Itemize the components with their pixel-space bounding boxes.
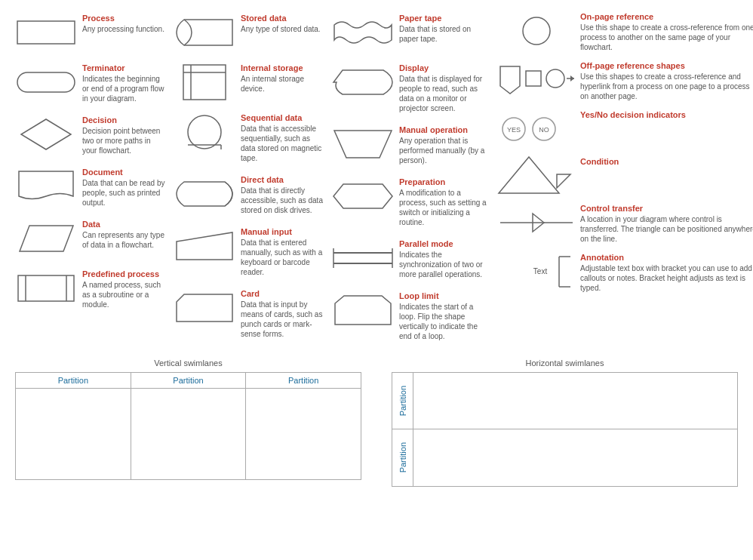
shape-visual-decision <box>16 115 76 153</box>
shape-visual-process <box>16 14 76 51</box>
shape-item-decision: Decision Decision point between two or m… <box>11 109 170 162</box>
internal-desc: An internal storage device. <box>241 74 324 94</box>
svg-marker-27 <box>570 75 574 82</box>
shape-visual-sequential <box>174 113 235 151</box>
card-title: Card <box>241 289 324 298</box>
horizontal-swimlane: Partition Partition <box>392 372 738 487</box>
shape-visual-manual-operation <box>333 125 393 163</box>
hsw-label-text-2: Partition <box>398 442 407 472</box>
col3: Paper tape Data that is stored on paper … <box>328 8 494 347</box>
on-page-ref-title: On-page reference <box>580 12 753 21</box>
svg-point-25 <box>546 69 564 88</box>
shape-visual-predefined <box>16 269 76 307</box>
svg-marker-15 <box>334 131 392 158</box>
loop-desc: Indicates the start of a loop. Flip the … <box>399 302 490 341</box>
shape-info-manual-operation: Manual operation Any operation that is p… <box>399 125 490 165</box>
direct-title: Direct data <box>241 175 324 184</box>
terminator-title: Terminator <box>82 63 165 72</box>
svg-marker-3 <box>20 226 73 251</box>
shape-item-terminator: Terminator Indicates the beginning or en… <box>11 57 170 109</box>
shape-item-process: Process Any processing function. <box>11 8 170 57</box>
vertical-swimlane: Partition Partition Partition <box>15 372 361 480</box>
process-title: Process <box>82 14 165 23</box>
shape-item-off-page-ref: Off-page reference shapes Use this shape… <box>494 57 753 106</box>
shape-visual-off-page-ref <box>499 61 574 99</box>
shape-item-paper-tape: Paper tape Data that is stored on paper … <box>328 8 494 57</box>
shape-info-internal: Internal storage An internal storage dev… <box>241 63 324 94</box>
svg-marker-33 <box>557 174 570 188</box>
svg-marker-23 <box>500 66 520 94</box>
shape-item-document: Document Data that can be read by people… <box>11 162 170 214</box>
shape-info-paper-tape: Paper tape Data that is stored on paper … <box>399 14 490 44</box>
svg-text:NO: NO <box>539 126 549 134</box>
shape-visual-preparation <box>333 177 393 215</box>
svg-text:YES: YES <box>507 126 521 134</box>
shape-visual-parallel <box>333 239 393 277</box>
control-title: Control transfer <box>580 204 753 213</box>
vsw-body-2 <box>131 389 247 479</box>
shape-info-sequential: Sequential data Data that is accessible … <box>241 113 324 163</box>
vsw-header-3: Partition <box>246 373 361 388</box>
shape-info-predefined: Predefined process A named process, such… <box>82 269 165 309</box>
shape-info-manual-input: Manual input Data that is entered manual… <box>241 227 324 277</box>
shape-item-predefined: Predefined process A named process, such… <box>11 263 170 315</box>
shape-visual-annotation: Text <box>499 253 574 291</box>
card-desc: Data that is input by means of cards, su… <box>241 300 324 339</box>
shape-info-parallel: Parallel mode Indicates the synchronizat… <box>399 239 490 279</box>
hsw-content-1 <box>413 373 737 429</box>
svg-marker-32 <box>499 157 559 193</box>
svg-point-22 <box>523 17 550 45</box>
paper-tape-desc: Data that is stored on paper tape. <box>399 24 490 44</box>
hsw-label-1: Partition <box>392 373 413 429</box>
shape-visual-manual-input <box>174 227 235 265</box>
svg-marker-21 <box>335 296 391 325</box>
shape-item-manual-input: Manual input Data that is entered manual… <box>170 221 328 283</box>
horizontal-swimlane-title: Horizontal swimlanes <box>392 358 738 368</box>
col4: On-page reference Use this shape to crea… <box>494 8 753 347</box>
data-title: Data <box>82 220 165 229</box>
shape-visual-document <box>16 168 76 205</box>
col1: Process Any processing function. Termina… <box>11 8 170 347</box>
shape-item-manual-operation: Manual operation Any operation that is p… <box>328 119 494 171</box>
shape-visual-loop <box>333 291 393 329</box>
vertical-swimlane-group: Vertical swimlanes Partition Partition P… <box>15 358 361 487</box>
preparation-desc: A modification to a process, such as set… <box>399 188 490 227</box>
shape-info-decision: Decision Decision point between two or m… <box>82 115 165 155</box>
shape-item-sequential: Sequential data Data that is accessible … <box>170 107 328 169</box>
svg-rect-0 <box>17 21 75 44</box>
manual-input-desc: Data that is entered manually, such as w… <box>241 238 324 277</box>
manual-operation-desc: Any operation that is performed manually… <box>399 136 490 165</box>
shape-visual-data <box>16 220 76 257</box>
stored-title: Stored data <box>241 14 324 23</box>
shape-visual-condition <box>499 157 574 195</box>
shape-visual-yes-no: YES NO <box>499 110 574 148</box>
shape-visual-stored <box>174 14 235 51</box>
svg-text:Text: Text <box>533 267 548 275</box>
svg-rect-24 <box>526 71 541 86</box>
shape-item-stored: Stored data Any type of stored data. <box>170 8 328 57</box>
internal-title: Internal storage <box>241 63 324 72</box>
sequential-title: Sequential data <box>241 113 324 122</box>
vsw-header-2: Partition <box>131 373 247 388</box>
document-desc: Data that can be read by people, such as… <box>82 178 165 208</box>
hsw-row-1: Partition <box>392 373 737 429</box>
shape-visual-paper-tape <box>333 14 393 51</box>
shape-info-display: Display Data that is displayed for peopl… <box>399 63 490 113</box>
shape-info-card: Card Data that is input by means of card… <box>241 289 324 339</box>
sequential-desc: Data that is accessible sequentially, su… <box>241 124 324 163</box>
shape-item-direct: Direct data Data that is directly access… <box>170 169 328 221</box>
svg-rect-1 <box>17 72 75 92</box>
shape-item-on-page-ref: On-page reference Use this shape to crea… <box>494 8 753 57</box>
process-desc: Any processing function. <box>82 24 165 34</box>
predefined-title: Predefined process <box>82 269 165 278</box>
svg-marker-14 <box>177 294 232 322</box>
shape-info-document: Document Data that can be read by people… <box>82 168 165 208</box>
stored-desc: Any type of stored data. <box>241 24 324 34</box>
vsw-body-1 <box>16 389 131 479</box>
on-page-ref-desc: Use this shape to create a cross-referen… <box>580 23 753 52</box>
hsw-content-2 <box>413 429 737 486</box>
shape-item-data: Data Can represents any type of data in … <box>11 214 170 263</box>
svg-marker-13 <box>177 232 232 260</box>
shape-item-internal: Internal storage An internal storage dev… <box>170 57 328 107</box>
horizontal-swimlane-group: Horizontal swimlanes Partition Partition <box>392 358 738 487</box>
